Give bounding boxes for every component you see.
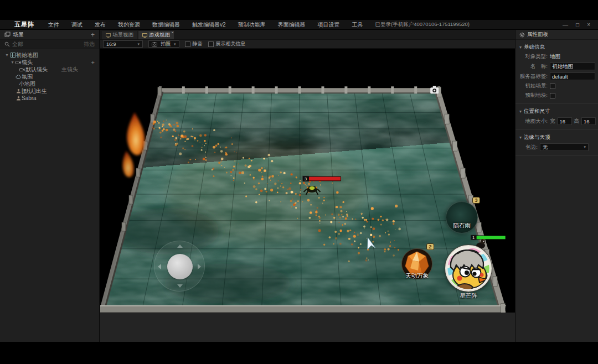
skill-badge: 3 [472,197,480,204]
scene-hierarchy-panel: 场景 + 全部 筛选 ▾ 初始地图 ▾ 镜头 [0,30,100,342]
mute-label: 静音 [193,40,203,48]
collapse-arrow-icon[interactable]: ▾ [10,60,15,65]
filter-button[interactable]: 筛选 [84,40,95,48]
tree-item-label: 氛围 [22,73,33,81]
field-label: 名 称: [515,63,548,70]
skill-label-xingmang: 星芒阵 [452,292,485,300]
section-edge-header[interactable]: ▾ 边缘与天顶 [515,133,598,142]
chevron-down-icon: ▾ [174,42,176,46]
tree-item-minimap[interactable]: 小地图 [0,80,99,87]
chevron-down-icon: ▾ [584,145,586,149]
tree-item-label: Sabra [22,95,37,101]
field-border: 包边: 无 ▾ [515,142,598,152]
minimize-button[interactable]: — [563,22,568,28]
field-label: 初始场景: [515,82,548,90]
ally-level-badge: 1 [472,235,475,240]
menu-publish[interactable]: 发布 [95,21,106,29]
properties-panel: 属性面板 ▾ 基础信息 对象类型: 地图 名 称: 服务器标签: 初始场景: [515,30,598,342]
scene-search-row: 全部 筛选 [0,40,99,49]
collapse-arrow-icon: ▾ [519,45,522,50]
show-info-checkbox[interactable] [208,41,214,47]
tree-item-label: [默认]出生 [22,87,47,95]
mute-checkbox[interactable] [185,41,190,47]
field-label: 包边: [515,144,538,151]
collapse-arrow-icon: ▾ [519,109,522,114]
snapshot-icon [152,42,157,46]
window-controls: — □ × [563,22,598,28]
section-title: 位置和尺寸 [524,108,550,115]
map-height-input[interactable] [581,117,596,125]
tab-game-view[interactable]: 游戏视图 × [138,31,174,39]
section-basic-header[interactable]: ▾ 基础信息 [515,43,598,52]
prefab-tile-checkbox[interactable] [550,93,555,98]
login-status[interactable]: 已登录(手机账户40070106-1751199520) [375,21,470,28]
menu-file[interactable]: 文件 [48,21,59,29]
tab-close-icon[interactable]: × [171,30,174,35]
app-brand: 五星阵 [14,20,34,29]
initial-scene-checkbox[interactable] [550,84,555,89]
add-camera-button[interactable]: + [91,59,95,66]
menu-tools[interactable]: 工具 [352,21,363,29]
tree-item-sabra[interactable]: Sabra [0,95,99,102]
field-map-size: 地图大小: 宽 高 确认 [515,116,598,126]
close-button[interactable]: × [587,22,590,28]
tree-item-default-spawn[interactable]: [默认]出生 [0,87,99,95]
snapshot-select[interactable]: 拍照 ▾ [148,40,179,48]
editor-window: 五星阵 文件 调试 发布 我的资源 数据编辑器 触发编辑器v2 预制功能库 界面… [0,20,598,342]
view-tabs: 场景视图 游戏视图 × [100,30,515,39]
skill-button-xingmang-hero[interactable]: 1 [445,245,492,292]
virtual-joystick[interactable] [154,241,205,292]
tree-item-atmosphere[interactable]: 氛围 [0,73,99,80]
menu-trigger-editor-v2[interactable]: 触发编辑器v2 [192,21,226,29]
menu-ui-editor[interactable]: 界面编辑器 [278,21,306,29]
show-info-label: 展示相关信息 [216,40,246,48]
add-scene-button[interactable]: + [91,31,95,39]
joystick-down-icon [177,284,183,288]
mute-checkbox-row[interactable]: 静音 [185,40,203,48]
snapshot-label: 拍照 [161,40,171,48]
tab-scene-view[interactable]: 场景视图 [102,31,137,39]
tree-item-initial-map[interactable]: ▾ 初始地图 [0,51,99,59]
map-width-input[interactable] [558,117,572,125]
menu-prefab-library[interactable]: 预制功能库 [238,21,266,29]
name-input[interactable] [550,63,595,70]
show-info-checkbox-row[interactable]: 展示相关信息 [208,40,246,48]
maximize-button[interactable]: □ [576,22,579,28]
game-viewport[interactable]: 3 1 [100,49,515,313]
menu-project-settings[interactable]: 项目设置 [318,21,340,29]
field-label: 服务器标签: [515,73,548,80]
field-server-tag: 服务器标签: [515,71,598,81]
scene-icon [4,32,11,38]
server-tag-input[interactable] [550,72,595,80]
menu-bar: 五星阵 文件 调试 发布 我的资源 数据编辑器 触发编辑器v2 预制功能库 界面… [0,20,598,30]
menu-data-editor[interactable]: 数据编辑器 [152,21,180,29]
tab-label: 游戏视图 [149,32,170,39]
aspect-ratio-value: 16:9 [106,41,116,47]
menu-my-resources[interactable]: 我的资源 [118,21,140,29]
scene-panel-title: 场景 [13,31,24,39]
section-size-header[interactable]: ▾ 位置和尺寸 [515,107,598,116]
menu-debug[interactable]: 调试 [71,21,83,29]
tab-view-icon [106,33,111,38]
scene-panel-header: 场景 + [0,30,99,40]
search-input[interactable]: 全部 [12,40,23,48]
main-camera-tag: 主镜头 [61,66,78,74]
field-initial-scene: 初始场景: [515,81,598,91]
camera-icon [15,60,22,65]
field-prefab-tile: 预制地块: [515,91,598,100]
field-value: 地图 [550,53,560,60]
field-label: 对象类型: [515,53,548,60]
tree-item-default-camera[interactable]: 默认镜头 主镜头 [0,66,99,73]
ally-health-bar: 1 [471,235,506,240]
border-select[interactable]: 无 ▾ [540,143,589,151]
section-position-size: ▾ 位置和尺寸 地图大小: 宽 高 确认 [515,104,598,130]
field-label: 地图大小: [515,118,548,125]
viewport-toolbar: 16:9 ▾ 拍照 ▾ 静音 展示相关信息 [100,39,515,49]
collapse-arrow-icon[interactable]: ▾ [4,53,9,58]
aspect-ratio-select[interactable]: 16:9 ▾ [103,40,143,48]
tree-item-camera-group[interactable]: ▾ 镜头 + [0,59,99,66]
field-label: 预制地块: [515,92,548,99]
cloud-icon [15,75,22,79]
joystick-knob[interactable] [167,254,193,279]
fire-glow [167,143,366,242]
